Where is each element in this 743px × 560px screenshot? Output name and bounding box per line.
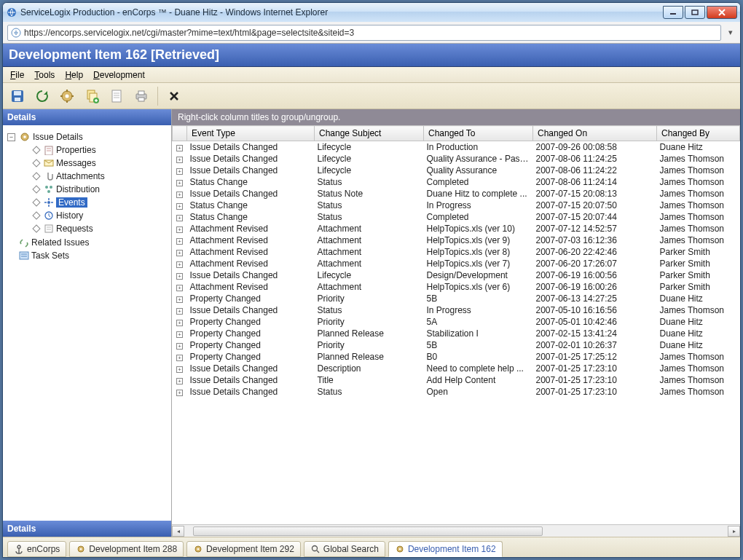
cell-change-subject: Priority bbox=[315, 316, 424, 328]
refresh-button[interactable] bbox=[32, 86, 52, 106]
table-row[interactable]: + Property Changed Priority 5A 2007-05-0… bbox=[173, 316, 740, 328]
table-row[interactable]: + Property Changed Planned Release B0 20… bbox=[173, 351, 740, 363]
scroll-thumb[interactable] bbox=[193, 527, 543, 536]
svg-point-30 bbox=[50, 186, 52, 189]
column-header[interactable] bbox=[173, 126, 187, 141]
tree-node-related-issues[interactable]: · Related Issues bbox=[6, 237, 168, 248]
table-row[interactable]: + Attachment Revised Attachment HelpTopi… bbox=[173, 258, 740, 269]
expand-icon[interactable]: + bbox=[176, 366, 183, 373]
url-dropdown[interactable]: ▾ bbox=[726, 25, 736, 40]
menu-help[interactable]: Help bbox=[60, 68, 87, 82]
expand-icon[interactable]: + bbox=[176, 215, 183, 221]
maximize-button[interactable] bbox=[685, 6, 705, 19]
bottom-tab[interactable]: Development Item 162 bbox=[388, 541, 503, 557]
grid-scroll[interactable]: Event TypeChange SubjectChanged ToChange… bbox=[172, 125, 740, 524]
lock-icon bbox=[11, 28, 21, 38]
bottom-tab[interactable]: enCorps bbox=[7, 541, 66, 557]
nav-tree[interactable]: − Issue Details · Properties · Messages … bbox=[3, 125, 171, 521]
menu-tools[interactable]: Tools bbox=[30, 68, 59, 82]
close-tab-button[interactable] bbox=[164, 86, 184, 106]
column-header[interactable]: Event Type bbox=[187, 126, 315, 141]
table-row[interactable]: + Issue Details Changed Lifecycle In Pro… bbox=[173, 141, 740, 154]
copy-button[interactable] bbox=[82, 86, 102, 106]
document-button[interactable] bbox=[106, 86, 127, 106]
cell-change-subject: Status bbox=[315, 211, 424, 223]
expand-icon[interactable]: + bbox=[176, 355, 183, 361]
table-row[interactable]: + Attachment Revised Attachment HelpTopi… bbox=[173, 246, 740, 258]
expand-icon[interactable]: + bbox=[176, 296, 183, 303]
table-row[interactable]: + Status Change Status Completed 2007-08… bbox=[173, 176, 740, 188]
expand-icon[interactable]: + bbox=[176, 378, 183, 384]
collapse-icon[interactable]: − bbox=[7, 133, 15, 141]
table-row[interactable]: + Issue Details Changed Lifecycle Qualit… bbox=[173, 165, 740, 176]
table-row[interactable]: + Attachment Revised Attachment HelpTopi… bbox=[173, 223, 740, 234]
close-button[interactable] bbox=[707, 6, 737, 19]
expand-icon[interactable]: + bbox=[176, 250, 183, 256]
url-box[interactable] bbox=[7, 25, 721, 41]
save-button[interactable] bbox=[7, 86, 28, 106]
url-input[interactable] bbox=[24, 28, 718, 38]
column-header[interactable]: Changed To bbox=[424, 126, 533, 141]
table-row[interactable]: + Property Changed Priority 5B 2007-02-0… bbox=[173, 339, 740, 351]
table-row[interactable]: + Status Change Status In Progress 2007-… bbox=[173, 200, 740, 211]
expand-icon[interactable]: + bbox=[176, 261, 183, 268]
expand-icon[interactable]: + bbox=[176, 308, 183, 315]
menu-development[interactable]: Development bbox=[89, 68, 149, 82]
table-row[interactable]: + Issue Details Changed Status Open 2007… bbox=[173, 386, 740, 398]
expand-icon[interactable]: + bbox=[176, 168, 183, 175]
tree-node-task-sets[interactable]: · Task Sets bbox=[6, 250, 168, 261]
expand-icon[interactable]: + bbox=[176, 273, 183, 280]
tree-node-events[interactable]: · Events bbox=[20, 197, 168, 208]
tree-node-history[interactable]: · History bbox=[20, 210, 168, 221]
scroll-left-button[interactable]: ◂ bbox=[172, 526, 184, 537]
column-header[interactable]: Changed By bbox=[657, 126, 740, 141]
cell-changed-by: James Thomson bbox=[657, 374, 740, 386]
table-row[interactable]: + Issue Details Changed Description Need… bbox=[173, 363, 740, 374]
bottom-tab[interactable]: Development Item 292 bbox=[186, 541, 301, 557]
expand-icon[interactable]: + bbox=[176, 203, 183, 210]
scroll-right-button[interactable]: ▸ bbox=[728, 526, 740, 537]
horizontal-scrollbar[interactable]: ◂ ▸ bbox=[172, 524, 740, 537]
expand-icon[interactable]: + bbox=[176, 192, 183, 198]
column-header[interactable]: Change Subject bbox=[315, 126, 424, 141]
tree-node-requests[interactable]: · Requests bbox=[20, 223, 168, 234]
table-row[interactable]: + Property Changed Planned Release Stabi… bbox=[173, 328, 740, 339]
expand-icon[interactable]: + bbox=[176, 180, 183, 186]
table-row[interactable]: + Issue Details Changed Lifecycle Design… bbox=[173, 269, 740, 281]
minimize-button[interactable] bbox=[663, 6, 683, 19]
table-row[interactable]: + Issue Details Changed Status In Progre… bbox=[173, 304, 740, 316]
expand-icon[interactable]: + bbox=[176, 390, 183, 396]
settings-button[interactable] bbox=[57, 86, 77, 106]
expand-icon[interactable]: + bbox=[176, 343, 183, 350]
bottom-tab[interactable]: Global Search bbox=[304, 541, 385, 557]
table-row[interactable]: + Issue Details Changed Status Note Duan… bbox=[173, 188, 740, 200]
titlebar[interactable]: ServiceLogix Production - enCorps ™ - Du… bbox=[3, 3, 740, 22]
expand-icon[interactable]: + bbox=[176, 285, 183, 291]
bottom-tab[interactable]: Development Item 288 bbox=[69, 541, 184, 557]
cell-event-type: Attachment Revised bbox=[187, 223, 315, 234]
table-row[interactable]: + Issue Details Changed Title Add Help C… bbox=[173, 374, 740, 386]
tree-node-distribution[interactable]: · Distribution bbox=[20, 184, 168, 195]
menu-file[interactable]: File bbox=[6, 68, 28, 82]
column-header[interactable]: Changed On bbox=[533, 126, 657, 141]
table-row[interactable]: + Property Changed Priority 5B 2007-06-1… bbox=[173, 293, 740, 304]
expand-icon[interactable]: + bbox=[176, 226, 183, 233]
tree-node-attachments[interactable]: · Attachments bbox=[20, 170, 168, 182]
table-row[interactable]: + Status Change Status Completed 2007-07… bbox=[173, 211, 740, 223]
cell-changed-by: James Thomson bbox=[657, 386, 740, 398]
cell-changed-on: 2007-07-12 14:52:57 bbox=[533, 223, 657, 234]
print-button[interactable] bbox=[131, 86, 152, 106]
table-row[interactable]: + Attachment Revised Attachment HelpTopi… bbox=[173, 234, 740, 246]
cell-changed-to: In Production bbox=[424, 141, 533, 154]
expand-icon[interactable]: + bbox=[176, 320, 183, 326]
expand-icon[interactable]: + bbox=[176, 145, 183, 151]
expand-icon[interactable]: + bbox=[176, 238, 183, 245]
tree-node-issue-details[interactable]: − Issue Details bbox=[6, 130, 168, 143]
expand-icon[interactable]: + bbox=[176, 331, 183, 338]
tree-node-properties[interactable]: · Properties bbox=[20, 144, 168, 156]
table-row[interactable]: + Issue Details Changed Lifecycle Qualit… bbox=[173, 153, 740, 165]
tree-node-messages[interactable]: · Messages bbox=[20, 157, 168, 169]
table-row[interactable]: + Attachment Revised Attachment HelpTopi… bbox=[173, 281, 740, 293]
expand-icon[interactable]: + bbox=[176, 157, 183, 163]
cell-changed-on: 2007-08-06 11:24:14 bbox=[533, 176, 657, 188]
